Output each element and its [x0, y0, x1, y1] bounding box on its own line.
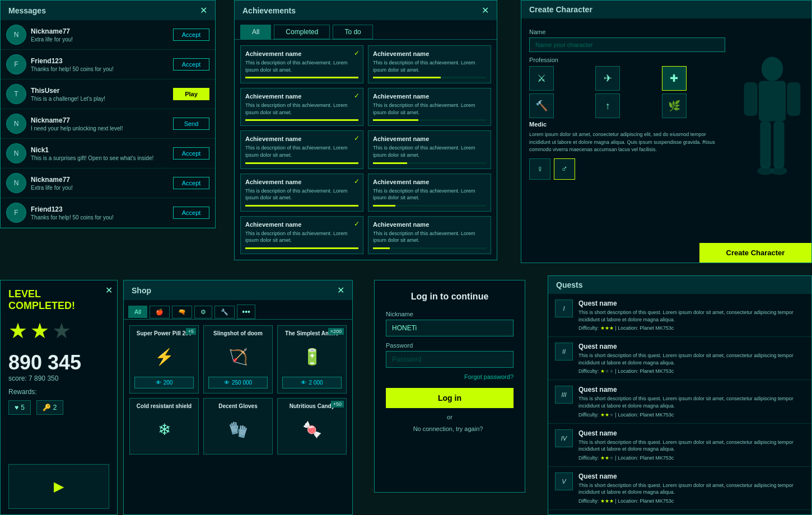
- shop-price-btn[interactable]: 👁 2 000: [282, 377, 342, 388]
- gender-female[interactable]: ♀: [529, 158, 550, 180]
- ach-check-icon: ✓: [354, 134, 360, 142]
- shop-tab-food[interactable]: 🍎: [150, 306, 170, 319]
- gender-row: ♀ ♂: [529, 158, 725, 180]
- shop-price-btn[interactable]: 👁 200: [134, 377, 194, 388]
- login-panel: Log in to continue Nickname Password For…: [374, 280, 525, 493]
- create-character-panel: Create Character Name Profession ⚔ ✈ ✚ 🔨…: [521, 0, 812, 263]
- msg-text: I need your help unlocking next level!: [31, 125, 169, 132]
- msg-text: Extra life for you!: [31, 36, 169, 43]
- msg-action-btn[interactable]: Accept: [173, 29, 209, 41]
- shop-item[interactable]: ×200 The Simplest Ammo 🔋 👁 2 000: [277, 325, 347, 394]
- msg-action-btn[interactable]: Accept: [173, 147, 209, 160]
- quest-desc: This is short description of this quest.…: [578, 352, 805, 366]
- shop-item-icon: ⚡: [147, 340, 181, 373]
- play-icon[interactable]: ▶: [54, 479, 64, 494]
- shop-item[interactable]: +5 Super Power Pill 200 ⚡ 👁 200: [129, 325, 199, 394]
- quest-item[interactable]: V Quest name This is short description o…: [548, 467, 811, 510]
- achievement-card[interactable]: ✓ Achievement name This is description o…: [240, 88, 363, 126]
- ach-card-title: Achievement name: [245, 93, 358, 100]
- no-connection-text: No connection, try again?: [413, 425, 483, 432]
- msg-action-btn[interactable]: Send: [173, 118, 209, 130]
- shop-tabs: All 🍎 🔫 ⚙ 🔧 •••: [124, 300, 352, 320]
- shop-price-btn[interactable]: 👁 250 000: [208, 377, 268, 388]
- achievement-card[interactable]: ✓ Achievement name This is description o…: [240, 45, 363, 83]
- achievement-card[interactable]: ✓ Achievement name This is description o…: [240, 174, 363, 212]
- prof-pilot[interactable]: ✈: [595, 66, 620, 91]
- character-name-input[interactable]: [529, 38, 725, 52]
- shop-tab-all[interactable]: All: [128, 306, 147, 318]
- shop-item-icon: 🧤: [221, 413, 255, 446]
- shop-item-icon: ❄: [147, 413, 181, 446]
- achievement-card[interactable]: ✓ Achievement name This is description o…: [240, 216, 363, 254]
- achievement-card[interactable]: Achievement name This is description of …: [368, 174, 491, 212]
- prof-scout[interactable]: ↑: [595, 93, 620, 118]
- ach-card-title: Achievement name: [373, 221, 486, 228]
- achievements-close[interactable]: ✕: [482, 5, 489, 16]
- messages-panel: Messages ✕ N Nickname77 Extra life for y…: [0, 0, 216, 228]
- quest-item[interactable]: I Quest name This is short description o…: [548, 294, 811, 337]
- achievement-card[interactable]: Achievement name This is description of …: [368, 130, 491, 168]
- shop-title: Shop ✕: [124, 280, 352, 300]
- msg-action-btn[interactable]: Accept: [173, 177, 209, 189]
- quest-item[interactable]: III Quest name This is short description…: [548, 380, 811, 423]
- login-button[interactable]: Log in: [386, 388, 514, 408]
- shop-item[interactable]: Slingshot of doom 🏹 👁 250 000: [203, 325, 273, 394]
- achievement-card[interactable]: Achievement name This is description of …: [368, 88, 491, 126]
- ach-progress-bar: [373, 205, 395, 207]
- prof-ranger[interactable]: 🌿: [662, 93, 687, 118]
- profession-label: Profession: [529, 57, 725, 63]
- level-close[interactable]: ✕: [105, 285, 113, 296]
- msg-action-btn[interactable]: Accept: [173, 58, 209, 71]
- prof-engineer[interactable]: 🔨: [529, 93, 554, 118]
- shop-item[interactable]: Cold resistant shield ❄: [129, 398, 199, 455]
- shop-tab-gear[interactable]: ⚙: [194, 306, 212, 319]
- shop-item-icon: 🔋: [295, 340, 329, 373]
- ach-progress-bg: [373, 247, 486, 249]
- quest-item[interactable]: VI Quest name Difficulty: ★★★ | Location…: [548, 510, 811, 515]
- ach-check-icon: ✓: [354, 49, 360, 57]
- ach-card-title: Achievement name: [373, 135, 486, 142]
- prof-medic[interactable]: ✚: [662, 66, 687, 91]
- password-input[interactable]: [386, 351, 514, 368]
- ach-progress-bg: [245, 247, 358, 249]
- achievement-card[interactable]: ✓ Achievement name This is description o…: [240, 130, 363, 168]
- prof-warrior[interactable]: ⚔: [529, 66, 554, 91]
- shop-item-name: Cold resistant shield: [134, 403, 194, 409]
- quest-item[interactable]: II Quest name This is short description …: [548, 337, 811, 380]
- message-item: T ThisUser This is a challenge! Let's pl…: [1, 79, 215, 109]
- shop-tab-tools[interactable]: 🔧: [214, 306, 235, 319]
- shop-item-badge: +5: [186, 328, 196, 335]
- shop-close[interactable]: ✕: [337, 285, 344, 296]
- shop-item[interactable]: Decent Gloves 🧤: [203, 398, 273, 455]
- create-character-title: Create Character: [521, 1, 811, 18]
- messages-close[interactable]: ✕: [200, 5, 207, 16]
- ach-card-title: Achievement name: [245, 50, 358, 57]
- nickname-input[interactable]: [386, 320, 514, 336]
- tab-completed[interactable]: Completed: [274, 25, 330, 39]
- achievements-grid: ✓ Achievement name This is description o…: [235, 40, 497, 260]
- msg-action-btn[interactable]: Accept: [173, 207, 209, 219]
- quests-list: I Quest name This is short description o…: [548, 294, 811, 515]
- message-item: N Nick1 This is a surprises gift! Open t…: [1, 139, 215, 168]
- gender-male[interactable]: ♂: [554, 158, 575, 180]
- shop-item[interactable]: +50 Nutritious Candy 🍬: [277, 398, 347, 455]
- message-item: F Friend123 Thanks for help! 50 coins fo…: [1, 198, 215, 228]
- quest-name: Quest name: [578, 386, 805, 394]
- msg-name: Nickname77: [31, 176, 169, 184]
- achievement-card[interactable]: Achievement name This is description of …: [368, 216, 491, 254]
- tab-todo[interactable]: To do: [333, 25, 372, 39]
- tab-all[interactable]: All: [240, 25, 271, 39]
- create-character-button[interactable]: Create Character: [699, 243, 811, 263]
- forgot-password-link[interactable]: Forgot password?: [386, 373, 514, 380]
- msg-action-btn[interactable]: Play: [173, 88, 209, 100]
- msg-text: Thanks for help! 50 coins for you!: [31, 214, 169, 221]
- ach-progress-bg: [373, 205, 486, 207]
- quest-item[interactable]: IV Quest name This is short description …: [548, 424, 811, 467]
- msg-avatar: F: [6, 54, 26, 74]
- msg-avatar: N: [6, 114, 26, 134]
- achievement-card[interactable]: Achievement name This is description of …: [368, 45, 491, 83]
- ach-card-title: Achievement name: [245, 135, 358, 142]
- shop-tab-more[interactable]: •••: [237, 305, 255, 319]
- shop-tab-weapons[interactable]: 🔫: [172, 306, 192, 319]
- message-item: F Friend123 Thanks for help! 50 coins fo…: [1, 50, 215, 79]
